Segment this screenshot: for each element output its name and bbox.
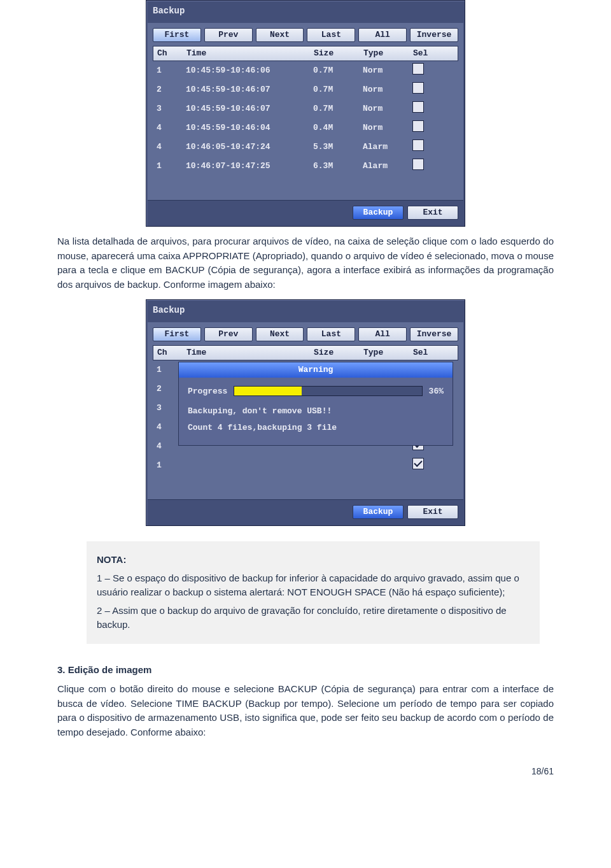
warning-line-2: Count 4 files,backuping 3 file bbox=[188, 422, 444, 434]
nav-next-button[interactable]: Next bbox=[256, 28, 304, 42]
col-time: Time bbox=[186, 47, 314, 60]
nav-button-row: First Prev Next Last All Inverse bbox=[153, 327, 458, 341]
section-3-heading: 3. Edição de imagem bbox=[57, 663, 554, 678]
nav-prev-button[interactable]: Prev bbox=[204, 327, 253, 341]
table-row: 210:45:59-10:46:070.7MNorm bbox=[153, 80, 458, 99]
progress-label: Progress bbox=[188, 385, 227, 398]
nav-all-button[interactable]: All bbox=[358, 327, 407, 341]
progress-percent: 36% bbox=[429, 385, 444, 398]
progress-fill bbox=[234, 387, 302, 395]
col-size: Size bbox=[314, 346, 363, 359]
col-sel: Sel bbox=[413, 47, 458, 60]
page-number: 18/61 bbox=[57, 765, 554, 778]
select-checkbox[interactable] bbox=[412, 159, 424, 170]
nav-first-button[interactable]: First bbox=[153, 327, 201, 341]
warning-title: Warning bbox=[179, 362, 453, 378]
exit-button[interactable]: Exit bbox=[407, 505, 458, 519]
window-title: Backup bbox=[146, 300, 465, 321]
note-item-1: 1 – Se o espaço do dispositivo de backup… bbox=[97, 571, 530, 600]
backup-button[interactable]: Backup bbox=[353, 206, 404, 220]
exit-button[interactable]: Exit bbox=[407, 206, 458, 220]
window-title: Backup bbox=[146, 1, 465, 22]
nav-prev-button[interactable]: Prev bbox=[204, 28, 253, 42]
warning-dialog: Warning Progress 36% Backuping, don't re… bbox=[178, 362, 453, 446]
nav-next-button[interactable]: Next bbox=[256, 327, 304, 341]
nav-all-button[interactable]: All bbox=[358, 28, 407, 42]
select-checkbox[interactable] bbox=[412, 458, 424, 469]
col-type: Type bbox=[363, 346, 413, 359]
select-checkbox[interactable] bbox=[412, 82, 424, 94]
col-size: Size bbox=[314, 47, 363, 60]
select-checkbox[interactable] bbox=[412, 63, 424, 75]
table-row: 1 bbox=[153, 456, 458, 475]
nav-button-row: First Prev Next Last All Inverse bbox=[153, 28, 458, 42]
nav-inverse-button[interactable]: Inverse bbox=[410, 327, 458, 341]
col-time: Time bbox=[186, 346, 314, 359]
table-row: 110:46:07-10:47:256.3MAlarm bbox=[153, 157, 458, 176]
table-row: 110:45:59-10:46:060.7MNorm bbox=[153, 61, 458, 80]
nav-last-button[interactable]: Last bbox=[307, 327, 355, 341]
section-3-body: Clique com o botão direito do mouse e se… bbox=[57, 682, 554, 739]
paragraph-1: Na lista detalhada de arquivos, para pro… bbox=[57, 234, 554, 292]
table-header: Ch Time Size Type Sel bbox=[153, 345, 458, 360]
backup-window-2: Backup First Prev Next Last All Inverse … bbox=[146, 299, 465, 526]
select-checkbox[interactable] bbox=[412, 139, 424, 151]
backup-button[interactable]: Backup bbox=[353, 505, 404, 519]
table-body: 110:45:59-10:46:060.7MNorm210:45:59-10:4… bbox=[153, 61, 458, 195]
note-heading: NOTA: bbox=[97, 553, 530, 567]
table-body: 123441 Warning Progress 36% Backuping, d… bbox=[153, 360, 458, 494]
col-ch: Ch bbox=[153, 346, 186, 359]
select-checkbox[interactable] bbox=[412, 101, 424, 113]
warning-line-1: Backuping, don't remove USB!! bbox=[188, 405, 444, 418]
table-row: 410:46:05-10:47:245.3MAlarm bbox=[153, 138, 458, 157]
col-type: Type bbox=[363, 47, 413, 60]
table-row: 410:45:59-10:46:040.4MNorm bbox=[153, 118, 458, 138]
progress-bar bbox=[234, 386, 422, 396]
select-checkbox[interactable] bbox=[412, 120, 424, 132]
col-ch: Ch bbox=[153, 47, 186, 60]
table-row: 310:45:59-10:46:070.7MNorm bbox=[153, 99, 458, 118]
nav-first-button[interactable]: First bbox=[153, 28, 201, 42]
col-sel: Sel bbox=[413, 346, 458, 359]
note-box: NOTA: 1 – Se o espaço do dispositivo de … bbox=[87, 541, 540, 644]
nav-inverse-button[interactable]: Inverse bbox=[410, 28, 458, 42]
note-item-2: 2 – Assim que o backup do arquivo de gra… bbox=[97, 604, 530, 632]
backup-window-1: Backup First Prev Next Last All Inverse … bbox=[146, 0, 465, 227]
table-header: Ch Time Size Type Sel bbox=[153, 46, 458, 61]
nav-last-button[interactable]: Last bbox=[307, 28, 355, 42]
